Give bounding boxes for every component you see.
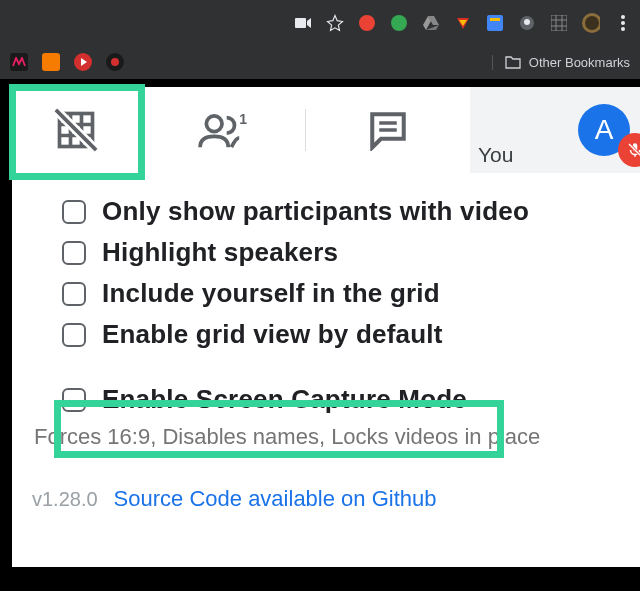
camera-icon[interactable]	[294, 14, 312, 32]
svg-rect-4	[490, 18, 500, 21]
bookmarks-bar: Other Bookmarks	[0, 45, 640, 79]
svg-rect-3	[487, 15, 503, 31]
mic-off-icon	[626, 141, 640, 159]
you-label: You	[478, 143, 513, 167]
svg-rect-7	[551, 15, 567, 31]
footer: v1.28.0 Source Code available on Github	[12, 460, 640, 522]
bookmark-dark-icon[interactable]	[106, 53, 124, 71]
grid-tab[interactable]	[12, 87, 140, 173]
menu-dots-icon[interactable]	[614, 14, 632, 32]
mic-muted-badge[interactable]	[618, 133, 640, 167]
bookmark-m-icon[interactable]	[10, 53, 28, 71]
svg-point-6	[524, 19, 530, 25]
svg-point-14	[621, 15, 625, 19]
svg-rect-0	[295, 18, 306, 28]
ext-grid-icon[interactable]	[550, 14, 568, 32]
svg-line-26	[56, 110, 96, 150]
folder-icon	[505, 55, 521, 69]
checkbox[interactable]	[62, 323, 86, 347]
svg-point-16	[621, 27, 625, 31]
svg-point-19	[111, 58, 119, 66]
checkbox[interactable]	[62, 282, 86, 306]
people-icon: 1	[197, 110, 247, 150]
other-bookmarks-label: Other Bookmarks	[529, 55, 630, 70]
self-tile[interactable]: You A	[470, 87, 640, 173]
star-icon[interactable]	[326, 14, 344, 32]
grid-view-panel: 1 You A	[12, 87, 640, 567]
option-label: Highlight speakers	[102, 237, 338, 268]
ext-green-icon[interactable]	[390, 14, 408, 32]
bookmark-orange-icon[interactable]	[42, 53, 60, 71]
option-highlight-speakers[interactable]: Highlight speakers	[62, 232, 618, 273]
other-bookmarks-button[interactable]: Other Bookmarks	[492, 55, 630, 70]
option-include-yourself[interactable]: Include yourself in the grid	[62, 273, 618, 314]
svg-point-2	[391, 15, 407, 31]
avatar-initial: A	[595, 114, 614, 146]
option-only-video[interactable]: Only show participants with video	[62, 191, 618, 232]
ext-bulb-icon[interactable]	[518, 14, 536, 32]
ext-red-icon[interactable]	[358, 14, 376, 32]
ext-blue-icon[interactable]	[486, 14, 504, 32]
chat-tab[interactable]	[306, 87, 471, 173]
svg-text:1: 1	[239, 111, 247, 127]
version-text: v1.28.0	[32, 488, 98, 511]
ext-superman-icon[interactable]	[454, 14, 472, 32]
chat-icon	[367, 109, 409, 151]
checkbox[interactable]	[62, 200, 86, 224]
source-link[interactable]: Source Code available on Github	[114, 486, 437, 512]
people-tab[interactable]: 1	[140, 87, 305, 173]
option-label: Include yourself in the grid	[102, 278, 440, 309]
highlight-enable-default	[54, 400, 504, 458]
grid-off-icon	[54, 108, 98, 152]
svg-point-27	[207, 116, 223, 132]
option-label: Only show participants with video	[102, 196, 529, 227]
bookmark-play-icon[interactable]	[74, 53, 92, 71]
option-label: Enable grid view by default	[102, 319, 443, 350]
checkbox[interactable]	[62, 241, 86, 265]
option-enable-default[interactable]: Enable grid view by default	[62, 314, 618, 355]
svg-point-15	[621, 21, 625, 25]
svg-point-1	[359, 15, 375, 31]
profile-avatar-icon[interactable]	[582, 14, 600, 32]
ext-drive-icon[interactable]	[422, 14, 440, 32]
tab-bar: 1 You A	[12, 87, 640, 173]
browser-toolbar	[0, 0, 640, 45]
svg-point-13	[585, 16, 599, 30]
